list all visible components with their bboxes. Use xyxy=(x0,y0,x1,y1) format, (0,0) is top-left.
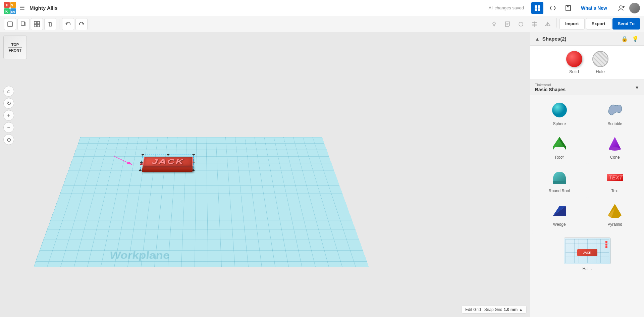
align-btn[interactable] xyxy=(528,18,540,30)
snap-grid-control[interactable]: Snap Grid 1.0 mm ▲ xyxy=(484,307,523,312)
new-design-btn[interactable] xyxy=(4,18,16,30)
3d-canvas[interactable]: TOP FRONT ⌂ ↻ + − ⊙ Workplane xyxy=(0,32,530,317)
shapes-right-panel: ▲ Shapes(2) 🔒 💡 Solid Hole Tinkercad xyxy=(530,32,644,317)
shape-roof[interactable]: Roof xyxy=(532,130,587,164)
svg-line-35 xyxy=(112,156,133,165)
roof-label: Roof xyxy=(555,155,564,160)
hamburger-icon[interactable]: ☰ xyxy=(19,4,25,12)
whats-new-btn[interactable]: What's New xyxy=(578,5,610,11)
view-cube[interactable]: TOP FRONT xyxy=(3,36,27,59)
svg-rect-9 xyxy=(538,5,540,8)
text-label: Text xyxy=(611,189,619,193)
code-view-btn[interactable] xyxy=(547,2,559,14)
zoom-in-btn[interactable]: + xyxy=(3,110,14,121)
shape-btn[interactable] xyxy=(515,18,527,30)
hole-circle xyxy=(592,51,608,67)
file-btn[interactable] xyxy=(562,2,574,14)
shape-sphere[interactable]: Sphere xyxy=(532,97,587,130)
shapes-grid: Sphere Scribble xyxy=(530,95,644,232)
app-title: Mighty Allis xyxy=(30,5,485,11)
edit-grid-label: Edit Grid xyxy=(465,307,481,312)
copy-btn[interactable] xyxy=(17,18,30,30)
svg-marker-49 xyxy=(609,137,621,149)
light-bulb-btn[interactable] xyxy=(488,18,500,30)
import-btn[interactable]: Import xyxy=(559,18,584,30)
solid-option[interactable]: Solid xyxy=(566,51,582,74)
cube-front-label: FRONT xyxy=(9,48,21,52)
send-to-btn[interactable]: Send To xyxy=(612,18,640,30)
export-btn[interactable]: Export xyxy=(586,18,611,30)
svg-rect-12 xyxy=(566,5,571,11)
avatar[interactable] xyxy=(629,3,640,13)
group-btn[interactable] xyxy=(31,18,43,30)
svg-marker-33 xyxy=(548,22,550,26)
redo-btn[interactable] xyxy=(75,18,88,30)
shape-text[interactable]: TEXT Text xyxy=(587,164,643,197)
solid-circle xyxy=(566,51,582,67)
notes-btn[interactable] xyxy=(501,18,514,30)
orbit-btn[interactable]: ↻ xyxy=(3,98,14,109)
sphere-label: Sphere xyxy=(553,121,566,126)
svg-point-27 xyxy=(519,22,523,26)
cube-top-label: TOP xyxy=(11,43,19,47)
cone-label: Cone xyxy=(610,155,620,160)
jack-3d-object[interactable]: JACK xyxy=(138,153,198,176)
snap-chevron[interactable]: ▲ xyxy=(519,307,523,312)
thumb-canvas: JACK xyxy=(564,238,610,264)
save-status: All changes saved xyxy=(488,5,524,10)
shape-cone[interactable]: Cone xyxy=(587,130,643,164)
visibility-btn[interactable]: 💡 xyxy=(631,35,639,43)
lock-btn[interactable]: 🔒 xyxy=(621,35,629,43)
undo-btn[interactable] xyxy=(62,18,74,30)
svg-text:TEXT: TEXT xyxy=(609,175,623,180)
svg-point-42 xyxy=(140,161,143,163)
collapse-shapes-btn[interactable]: ▲ xyxy=(535,36,540,42)
canvas-panel[interactable]: TOP FRONT ⌂ ↻ + − ⊙ Workplane xyxy=(0,32,530,317)
svg-point-38 xyxy=(192,154,195,156)
edit-grid-btn[interactable]: Edit Grid xyxy=(465,307,481,312)
tinkercad-logo[interactable]: TI N K ER xyxy=(4,2,16,14)
svg-rect-18 xyxy=(21,22,24,25)
lib-title: Basic Shapes xyxy=(535,87,566,92)
snap-grid-label: Snap Grid xyxy=(484,307,502,312)
round-roof-label: Round Roof xyxy=(549,189,570,193)
svg-rect-19 xyxy=(34,21,37,24)
delete-btn[interactable] xyxy=(44,18,56,30)
shapes-header: ▲ Shapes(2) 🔒 💡 xyxy=(530,32,644,46)
navbar: TI N K ER ☰ Mighty Allis All changes sav… xyxy=(0,0,644,16)
svg-point-13 xyxy=(620,6,622,8)
shape-half-sphere[interactable]: JACK Hal... xyxy=(532,233,643,275)
zoom-out-btn[interactable]: − xyxy=(3,122,14,133)
grid xyxy=(34,137,369,267)
snap-value: 1.0 mm xyxy=(504,307,518,312)
fit-view-btn[interactable]: ⊙ xyxy=(3,134,14,145)
svg-text:ER: ER xyxy=(11,10,15,13)
pyramid-label: Pyramid xyxy=(607,222,622,227)
home-view-btn[interactable]: ⌂ xyxy=(3,86,14,97)
3d-view-btn[interactable] xyxy=(531,2,543,14)
svg-text:TI: TI xyxy=(5,3,8,7)
solid-label: Solid xyxy=(569,69,579,74)
add-user-btn[interactable] xyxy=(615,2,627,14)
svg-text:K: K xyxy=(5,10,8,13)
grid-bar: Edit Grid Snap Grid 1.0 mm ▲ xyxy=(462,306,527,314)
user-area xyxy=(615,2,640,14)
lib-header: Tinkercad Basic Shapes ▼ xyxy=(530,80,644,95)
hole-option[interactable]: Hole xyxy=(592,51,608,74)
shape-pyramid[interactable]: Pyramid xyxy=(587,197,643,231)
toolbar-separator xyxy=(59,19,59,29)
svg-marker-32 xyxy=(545,22,548,26)
shapes-library: Tinkercad Basic Shapes ▼ xyxy=(530,80,644,317)
half-label: Hal... xyxy=(582,266,592,271)
mirror-btn[interactable] xyxy=(542,18,554,30)
thumbnail-panel: JACK xyxy=(564,237,611,264)
action-buttons: Import Export Send To xyxy=(488,18,640,30)
lib-dropdown-btn[interactable]: ▼ xyxy=(635,85,639,90)
shape-wedge[interactable]: Wedge xyxy=(532,197,587,231)
nav-controls: ⌂ ↻ + − ⊙ xyxy=(3,86,14,145)
shape-scribble[interactable]: Scribble xyxy=(587,97,643,130)
svg-point-37 xyxy=(141,154,144,156)
shape-round-roof[interactable]: Round Roof xyxy=(532,164,587,197)
workplane[interactable]: Workplane xyxy=(34,137,369,267)
jack-text-object[interactable]: JACK xyxy=(142,156,193,172)
